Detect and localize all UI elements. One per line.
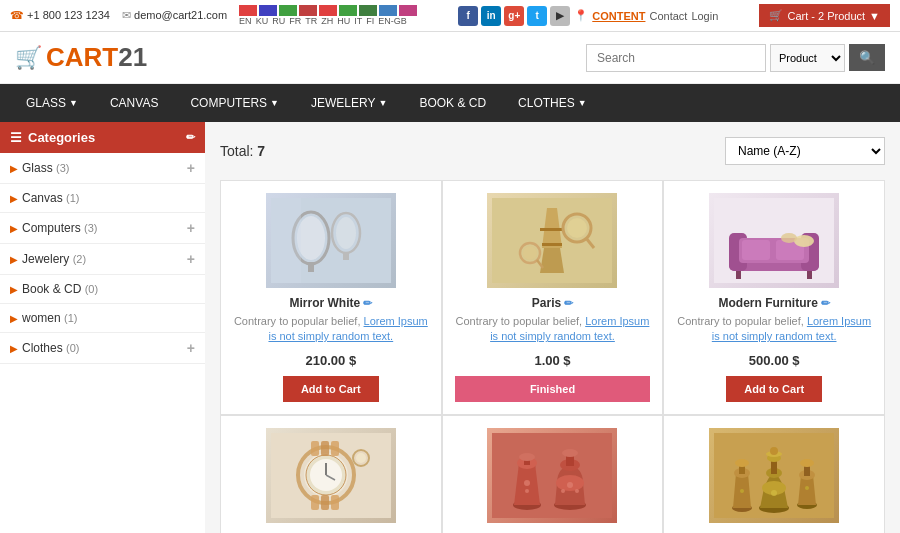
furniture-name-text: Modern Furniture: [719, 296, 818, 310]
facebook-icon[interactable]: f: [458, 6, 478, 26]
svg-rect-38: [321, 441, 329, 456]
nav-computers[interactable]: COMPUTERS ▼: [174, 84, 295, 122]
svg-point-76: [771, 490, 777, 496]
youtube-icon[interactable]: ▶: [550, 6, 570, 26]
sidebar-label-computers: Computers (3): [22, 221, 97, 235]
paris-desc-link[interactable]: Lorem Ipsum is not simply random text.: [490, 315, 649, 342]
total-count: 7: [257, 143, 265, 159]
sort-select[interactable]: Name (A-Z) Name (Z-A) Price (Low-High) P…: [725, 137, 885, 165]
sidebar-plus-jewelery[interactable]: +: [187, 251, 195, 267]
furniture-desc-link[interactable]: Lorem Ipsum is not simply random text.: [712, 315, 871, 342]
product-price-furniture: 500.00 $: [749, 353, 800, 368]
nav-canvas[interactable]: CANVAS: [94, 84, 174, 122]
sidebar-item-canvas[interactable]: ▶ Canvas (1): [0, 184, 205, 213]
svg-point-59: [561, 489, 565, 493]
svg-point-57: [567, 482, 573, 488]
product-card-vase: Italyan Glass vazo ✏ Hard Disk : 500 GB: [442, 415, 664, 533]
search-button[interactable]: 🔍: [849, 44, 885, 71]
product-name-mirror: Mirror White ✏: [289, 296, 372, 310]
svg-point-5: [336, 217, 356, 249]
product-desc-furniture: Contrary to popular belief, Lorem Ipsum …: [676, 314, 872, 345]
nav-book-cd[interactable]: BOOK & CD: [403, 84, 502, 122]
product-card-ring: Ring ✏ Contrary to popular belief, Lorem…: [220, 415, 442, 533]
sidebar-arrow-computers: ▶: [10, 223, 18, 234]
logo-cart: CART: [46, 42, 118, 72]
sidebar-item-computers[interactable]: ▶ Computers (3) +: [0, 213, 205, 244]
nav-clothes[interactable]: CLOTHES ▼: [502, 84, 603, 122]
product-desc-mirror: Contrary to popular belief, Lorem Ipsum …: [233, 314, 429, 345]
jewelery-arrow: ▼: [378, 98, 387, 108]
twitter-icon[interactable]: t: [527, 6, 547, 26]
search-input[interactable]: [586, 44, 766, 72]
total-label: Total: 7: [220, 143, 265, 159]
top-bar: ☎ +1 800 123 1234 ✉ demo@cart21.com: [0, 0, 900, 32]
paris-svg: [492, 198, 612, 283]
clothes-arrow: ▼: [578, 98, 587, 108]
cart-button[interactable]: 🛒 Cart - 2 Product ▼: [759, 4, 890, 27]
sidebar-item-glass[interactable]: ▶ Glass (3) +: [0, 153, 205, 184]
furniture-edit-icon[interactable]: ✏: [821, 297, 830, 310]
product-image-marcello: [709, 428, 839, 523]
svg-rect-29: [807, 271, 812, 279]
top-bar-center: f in g+ t ▶ 📍 CONTENT Contact Login: [458, 6, 718, 26]
mirror-edit-icon[interactable]: ✏: [363, 297, 372, 310]
login-link[interactable]: Login: [691, 10, 718, 22]
product-card-mirror: Mirror White ✏ Contrary to popular belie…: [220, 180, 442, 415]
top-bar-left: ☎ +1 800 123 1234 ✉ demo@cart21.com: [10, 5, 417, 26]
sidebar-item-women[interactable]: ▶ women (1): [0, 304, 205, 333]
nav-glass[interactable]: GLASS ▼: [10, 84, 94, 122]
sidebar-item-jewelery[interactable]: ▶ Jewelery (2) +: [0, 244, 205, 275]
finished-paris[interactable]: Finished: [455, 376, 651, 402]
linkedin-icon[interactable]: in: [481, 6, 501, 26]
flag-codes: ENKURUFRTRZHHUITFIEN-GB: [239, 16, 417, 26]
svg-point-77: [740, 489, 744, 493]
contact-link[interactable]: Contact: [649, 10, 687, 22]
search-select[interactable]: Product Category All: [770, 44, 845, 72]
sidebar-arrow-jewelery: ▶: [10, 254, 18, 265]
logo-text: CART21: [46, 42, 147, 73]
svg-point-49: [519, 453, 535, 461]
top-bar-right: 🛒 Cart - 2 Product ▼: [759, 4, 890, 27]
email-info: ✉ demo@cart21.com: [122, 9, 227, 22]
svg-point-2: [297, 216, 325, 260]
svg-point-58: [575, 489, 579, 493]
product-price-paris: 1.00 $: [534, 353, 570, 368]
marcello-svg: [714, 433, 834, 518]
content-link[interactable]: CONTENT: [592, 10, 645, 22]
sidebar-item-clothes[interactable]: ▶ Clothes (0) +: [0, 333, 205, 364]
svg-rect-12: [542, 243, 562, 246]
location-icon: 📍: [574, 9, 588, 22]
nav-jewelery[interactable]: JEWELERY ▼: [295, 84, 403, 122]
logo-num: 21: [118, 42, 147, 72]
sidebar-plus-computers[interactable]: +: [187, 220, 195, 236]
svg-point-44: [356, 453, 366, 463]
mirror-desc-link[interactable]: Lorem Ipsum is not simply random text.: [268, 315, 427, 342]
sidebar-label-women: women (1): [22, 311, 77, 325]
logo: 🛒 CART21: [15, 42, 147, 73]
googleplus-icon[interactable]: g+: [504, 6, 524, 26]
phone-number: +1 800 123 1234: [27, 9, 110, 21]
sidebar: ☰ Categories ✏ ▶ Glass (3) + ▶ Canvas (1…: [0, 122, 205, 533]
svg-point-75: [800, 459, 814, 467]
svg-point-78: [805, 486, 809, 490]
paris-edit-icon[interactable]: ✏: [564, 297, 573, 310]
svg-rect-28: [736, 271, 741, 279]
sidebar-plus-clothes[interactable]: +: [187, 340, 195, 356]
content-area: Total: 7 Name (A-Z) Name (Z-A) Price (Lo…: [205, 122, 900, 533]
sidebar-plus-glass[interactable]: +: [187, 160, 195, 176]
logo-icon: 🛒: [15, 45, 42, 71]
add-to-cart-furniture[interactable]: Add to Cart: [726, 376, 822, 402]
svg-rect-39: [331, 441, 339, 456]
svg-rect-11: [540, 228, 564, 231]
product-image-mirror: [266, 193, 396, 288]
cart-label: Cart - 2 Product: [787, 10, 865, 22]
computers-arrow: ▼: [270, 98, 279, 108]
add-to-cart-mirror[interactable]: Add to Cart: [283, 376, 379, 402]
svg-rect-41: [321, 495, 329, 510]
svg-point-54: [562, 449, 578, 457]
product-image-ring: [266, 428, 396, 523]
content-top: Total: 7 Name (A-Z) Name (Z-A) Price (Lo…: [220, 137, 885, 165]
sidebar-item-bookcd[interactable]: ▶ Book & CD (0): [0, 275, 205, 304]
sidebar-label-clothes: Clothes (0): [22, 341, 79, 355]
product-grid: Mirror White ✏ Contrary to popular belie…: [220, 180, 885, 533]
